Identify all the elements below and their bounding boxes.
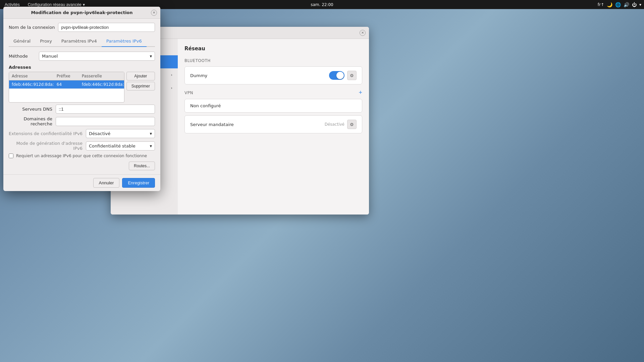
address-empty-row [9,89,124,102]
privacy-extensions-dropdown[interactable]: Désactivé ▾ [86,129,155,138]
vpn-section-label: VPN [184,90,193,95]
tab-ipv6[interactable]: Paramètres IPv6 [102,36,147,47]
search-domains-label: Domaines de recherche [9,116,52,126]
bluetooth-controls: ⚙ [329,71,357,80]
routes-button[interactable]: Routes... [129,162,155,170]
dialog-tabs: Général Proxy Paramètres IPv4 Paramètres… [9,36,155,47]
details-arrow-icon: › [171,86,172,90]
add-address-button[interactable]: Ajouter [126,72,155,80]
bluetooth-toggle[interactable] [329,71,344,80]
addresses-section-header: Adresses [9,65,155,70]
toggle-knob [336,72,344,79]
tab-ipv4[interactable]: Paramètres IPv4 [57,36,102,47]
bluetooth-device-label: Dummy [190,73,207,78]
address-actions: Ajouter Supprimer [126,72,155,90]
search-domains-row: Domaines de recherche [9,116,155,126]
header-prefix: Préfixe [54,72,79,80]
dropdown-arrow-icon: ▾ [150,54,152,59]
vpn-row: Non configuré [184,99,362,113]
moon-icon: 🌙 [607,2,612,7]
proxy-gear-button[interactable]: ⚙ [347,120,357,129]
network-modification-dialog: Modification de pvpn-ipv6leak-protection… [3,7,160,191]
connection-name-row: Nom de la connexion [9,23,155,32]
dialog-body: Nom de la connexion Général Proxy Paramè… [3,19,160,174]
volume-icon: 🔊 [624,2,629,7]
bluetooth-row: Dummy ⚙ [184,66,362,84]
search-domains-input[interactable] [56,117,155,126]
datetime-label: sam. 22:00 [311,2,333,7]
privacy-extensions-label: Extensions de confidentialité IPv6 [9,131,83,136]
system-chevron-icon: ▾ [639,2,641,7]
method-value: Manuel [42,54,58,59]
gateway-value: fdeb:446c:912d:8da::1 [79,80,124,88]
connection-name-input[interactable] [58,23,155,32]
dns-label: Serveurs DNS [9,107,52,112]
topbar-datetime: sam. 22:00 [311,2,333,7]
tab-general[interactable]: Général [9,36,35,47]
dialog-title: Modification de pvpn-ipv6leak-protection [31,10,132,15]
bluetooth-gear-button[interactable]: ⚙ [347,71,357,80]
require-ipv6-checkbox[interactable] [9,154,13,158]
addr-gen-value: Confidentialité stable [89,143,136,148]
panel-title: Réseau [184,46,362,52]
settings-close-button[interactable]: ✕ [360,30,366,36]
network-config-label: Configuration réseau avancée [28,2,82,7]
addr-gen-dropdown-arrow-icon: ▾ [150,143,152,148]
chevron-down-icon: ▾ [83,2,85,7]
prefix-value: 64 [54,80,79,88]
proxy-controls: Désactivé ⚙ [325,120,357,129]
address-table-wrap: Adresse Préfixe Passerelle fdeb:446c:912… [9,72,124,105]
method-row: Méthode Manuel ▾ [9,52,155,61]
power-icon[interactable]: ⏻ [632,2,637,7]
bluetooth-section-label: Bluetooth [184,58,362,63]
proxy-status: Désactivé [325,122,344,127]
dns-row: Serveurs DNS [9,105,155,114]
addr-gen-row: Mode de génération d'adresse IPv6 Confid… [9,141,155,151]
dialog-titlebar: Modification de pvpn-ipv6leak-protection… [3,7,160,19]
vpn-status-label: Non configuré [190,103,221,108]
address-table-header: Adresse Préfixe Passerelle [9,72,124,80]
header-gateway: Passerelle [79,72,124,80]
vpn-add-button[interactable]: + [359,89,362,96]
routes-row: Routes... [9,162,155,170]
proxy-label: Serveur mandataire [190,122,234,127]
address-value: fdeb:446c:912d:8da:: [9,80,54,88]
save-button[interactable]: Enregistrer [122,178,155,188]
activities-label: Activités [5,2,20,7]
dialog-close-button[interactable]: ✕ [151,10,157,16]
vpn-section-header: VPN + [184,89,362,96]
require-ipv6-label: Requiert un adressage IPv6 pour que cett… [16,154,147,158]
network-icon: 🌐 [615,2,621,7]
peripheriques-arrow-icon: › [171,73,172,77]
privacy-value: Désactivé [89,131,110,136]
method-label: Méthode [9,54,36,59]
privacy-extensions-row: Extensions de confidentialité IPv6 Désac… [9,129,155,138]
remove-address-button[interactable]: Supprimer [126,82,155,90]
language-indicator[interactable]: fr↑ [598,2,604,7]
method-dropdown[interactable]: Manuel ▾ [39,52,155,61]
dialog-footer: Annuler Enregistrer [3,174,160,191]
cancel-button[interactable]: Annuler [93,178,120,188]
dns-input[interactable] [56,105,155,114]
settings-panel: Réseau Bluetooth Dummy ⚙ VPN + Non confi… [178,39,369,215]
address-table: Adresse Préfixe Passerelle fdeb:446c:912… [9,72,124,103]
header-address: Adresse [9,72,54,80]
proxy-row: Serveur mandataire Désactivé ⚙ [184,115,362,133]
privacy-dropdown-arrow-icon: ▾ [150,131,152,136]
tab-proxy[interactable]: Proxy [35,36,57,47]
topbar-right: fr↑ 🌙 🌐 🔊 ⏻ ▾ [598,2,641,7]
address-section: Adresse Préfixe Passerelle fdeb:446c:912… [9,72,155,105]
require-ipv6-row: Requiert un adressage IPv6 pour que cett… [9,154,155,158]
connection-name-label: Nom de la connexion [9,25,55,30]
table-row[interactable]: fdeb:446c:912d:8da:: 64 fdeb:446c:912d:8… [9,80,124,89]
addr-gen-label: Mode de génération d'adresse IPv6 [9,141,83,151]
addr-gen-dropdown[interactable]: Confidentialité stable ▾ [86,141,155,150]
